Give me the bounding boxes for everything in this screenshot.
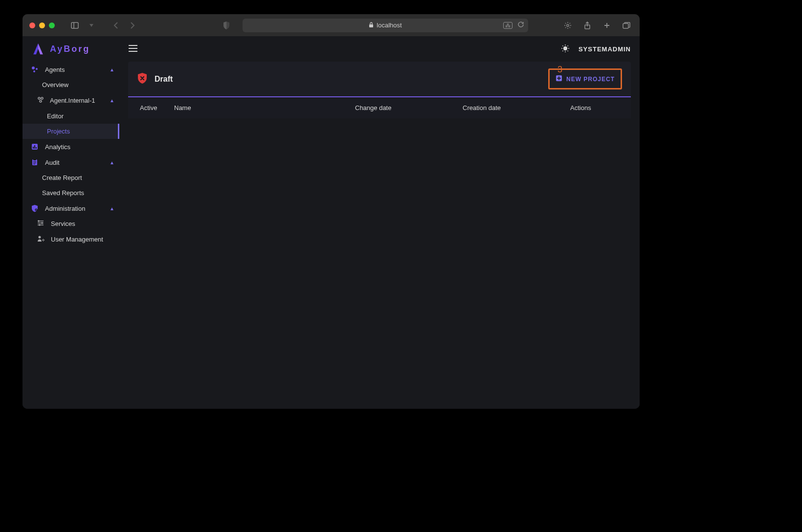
new-project-button-label: NEW PROJECT — [566, 76, 615, 83]
svg-rect-5 — [623, 23, 628, 28]
sidebar-item-create-report[interactable]: Create Report — [22, 170, 119, 185]
nav-back-icon[interactable] — [110, 19, 122, 32]
share-icon[interactable] — [581, 19, 594, 32]
sidebar-group-agents-label: Agents — [45, 66, 65, 73]
window-minimize-icon[interactable] — [39, 22, 45, 28]
sidebar-item-analytics[interactable]: Analytics — [22, 139, 119, 155]
svg-rect-17 — [33, 159, 36, 160]
sidebar-group-administration-label: Administration — [45, 205, 85, 212]
tab-dropdown-icon[interactable] — [85, 19, 98, 32]
svg-point-27 — [42, 222, 43, 223]
svg-point-7 — [36, 68, 38, 70]
projects-panel: Draft 3 NEW PROJECT Active Name — [128, 62, 631, 118]
column-creation-date: Creation date — [463, 104, 570, 111]
brand-logo-icon — [31, 42, 45, 56]
brand-name: AyBorg — [50, 44, 90, 54]
reload-icon[interactable] — [517, 21, 524, 29]
nav-forward-icon[interactable] — [126, 19, 139, 32]
table-header-row: Active Name Change date Creation date Ac… — [128, 97, 631, 118]
svg-rect-20 — [33, 164, 35, 164]
url-bar[interactable]: localhost ⁂ — [243, 19, 528, 32]
services-icon — [37, 220, 46, 227]
sidebar-item-services-label: Services — [51, 220, 75, 227]
sidebar-item-agent-internal-1[interactable]: Agent.Internal-1 ▲ — [22, 92, 119, 109]
svg-point-22 — [36, 209, 37, 210]
user-management-icon — [37, 235, 46, 244]
svg-point-34 — [563, 46, 567, 50]
theme-toggle-icon[interactable] — [561, 44, 570, 54]
svg-rect-19 — [33, 163, 36, 163]
panel-header: Draft 3 NEW PROJECT — [128, 62, 631, 96]
sidebar-item-user-management[interactable]: User Management — [22, 231, 119, 247]
sidebar-item-projects[interactable]: Projects — [22, 124, 119, 139]
agents-icon — [29, 66, 40, 73]
column-actions: Actions — [570, 104, 619, 111]
privacy-shield-icon[interactable] — [220, 19, 233, 32]
analytics-icon — [29, 143, 40, 151]
svg-point-3 — [567, 24, 569, 26]
sidebar-group-agents[interactable]: Agents ▲ — [22, 62, 119, 77]
tabs-overview-icon[interactable] — [620, 19, 633, 32]
browser-chrome: localhost ⁂ — [22, 14, 640, 36]
svg-point-11 — [40, 100, 42, 102]
column-name: Name — [174, 104, 355, 111]
annotation-number: 3 — [557, 65, 562, 75]
new-tab-icon[interactable] — [601, 19, 613, 32]
url-host: localhost — [377, 22, 401, 29]
svg-point-28 — [39, 224, 40, 225]
svg-rect-0 — [71, 22, 78, 28]
draft-shield-icon — [137, 72, 148, 86]
svg-point-29 — [39, 236, 41, 239]
svg-point-9 — [38, 97, 40, 99]
sidebar-item-overview[interactable]: Overview — [22, 77, 119, 92]
chevron-up-icon: ▲ — [110, 160, 114, 165]
column-change-date: Change date — [355, 104, 463, 111]
chevron-up-icon: ▲ — [110, 67, 114, 72]
sidebar-group-administration[interactable]: Administration ▲ — [22, 200, 119, 216]
audit-icon — [29, 158, 40, 166]
sidebar-group-audit-label: Audit — [45, 159, 60, 166]
browser-window: localhost ⁂ — [22, 14, 640, 409]
panel-title: Draft — [155, 75, 173, 84]
sidebar-item-editor[interactable]: Editor — [22, 109, 119, 124]
sidebar: AyBorg Agents ▲ Overview Agent.Internal-… — [22, 36, 119, 409]
sidebar-group-audit[interactable]: Audit ▲ — [22, 155, 119, 170]
administration-icon — [29, 204, 40, 212]
settings-gear-icon[interactable] — [561, 19, 574, 32]
sidebar-item-saved-reports-label: Saved Reports — [42, 189, 84, 197]
svg-rect-2 — [369, 24, 373, 27]
sidebar-item-services[interactable]: Services — [22, 216, 119, 231]
svg-point-8 — [33, 70, 35, 72]
svg-rect-15 — [36, 147, 37, 149]
svg-point-30 — [43, 240, 44, 241]
sidebar-item-editor-label: Editor — [47, 112, 64, 120]
sidebar-toggle-icon[interactable] — [68, 19, 81, 32]
traffic-lights — [29, 22, 55, 28]
translate-icon[interactable]: ⁂ — [503, 22, 512, 29]
agent-node-icon — [37, 96, 46, 105]
app-root: AyBorg Agents ▲ Overview Agent.Internal-… — [22, 36, 640, 409]
main-area: SYSTEMADMIN Draft 3 — [119, 36, 640, 409]
sidebar-item-overview-label: Overview — [42, 81, 68, 89]
svg-point-10 — [41, 97, 43, 99]
sidebar-item-user-management-label: User Management — [51, 236, 103, 243]
sidebar-item-agent-internal-1-label: Agent.Internal-1 — [50, 97, 95, 104]
svg-rect-14 — [34, 145, 35, 149]
brand[interactable]: AyBorg — [22, 36, 119, 62]
window-close-icon[interactable] — [29, 22, 35, 28]
content: Draft 3 NEW PROJECT Active Name — [119, 62, 640, 409]
plus-icon — [556, 75, 562, 83]
user-label[interactable]: SYSTEMADMIN — [579, 45, 631, 53]
window-zoom-icon[interactable] — [49, 22, 55, 28]
sidebar-item-create-report-label: Create Report — [42, 174, 82, 181]
chevron-up-icon: ▲ — [110, 206, 114, 211]
topbar: SYSTEMADMIN — [119, 36, 640, 62]
sidebar-item-saved-reports[interactable]: Saved Reports — [22, 185, 119, 200]
svg-point-26 — [38, 221, 39, 222]
svg-rect-18 — [33, 161, 36, 162]
sidebar-item-projects-label: Projects — [47, 128, 70, 135]
menu-toggle-icon[interactable] — [128, 44, 138, 54]
lock-icon — [369, 22, 374, 29]
sidebar-item-analytics-label: Analytics — [45, 143, 70, 151]
svg-point-6 — [32, 66, 35, 69]
